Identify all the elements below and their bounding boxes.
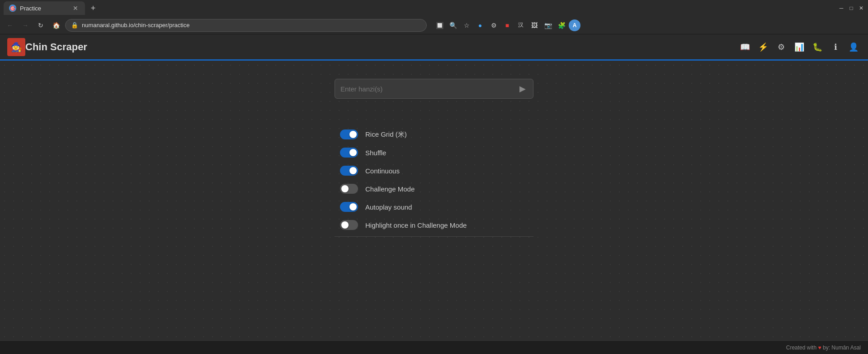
submit-button[interactable]: ▶: [518, 82, 528, 96]
ext-icon-1[interactable]: 🔲: [433, 19, 446, 32]
app-logo: 🧙: [7, 38, 25, 56]
toggle-row-autoplay-sound: Autoplay sound: [335, 198, 533, 215]
challenge-mode-toggle[interactable]: [340, 184, 358, 194]
footer: Created with ♥ by: Numân Asal: [0, 340, 868, 354]
footer-prefix: Created with: [786, 344, 816, 351]
challenge-mode-thumb: [341, 185, 349, 192]
toggle-row-rice-grid: Rice Grid (米): [335, 126, 533, 143]
autoplay-sound-thumb: [349, 203, 357, 210]
toggle-row-continuous: Continuous: [335, 162, 533, 179]
profile-avatar[interactable]: A: [569, 19, 580, 31]
tab-label: Practice: [20, 5, 41, 12]
close-window-button[interactable]: ✕: [858, 5, 864, 11]
rice-grid-label: Rice Grid (米): [365, 130, 407, 139]
header-nav-icons: 📖 ⚡ ⚙ 📊 🐛 ℹ 👤: [738, 40, 861, 54]
window-controls: ─ □ ✕: [838, 5, 864, 11]
url-text: numanaral.github.io/chin-scraper/practic…: [82, 22, 421, 29]
browser-chrome: 🎯 Practice ✕ + ─ □ ✕ ← → ↻ 🏠 🔒 numanaral…: [0, 0, 868, 34]
app-header: 🧙 Chin Scraper 📖 ⚡ ⚙ 📊 🐛 ℹ 👤: [0, 34, 868, 61]
app-title: Chin Scraper: [25, 41, 87, 53]
toggle-row-shuffle: Shuffle: [335, 144, 533, 161]
challenge-mode-label: Challenge Mode: [365, 185, 415, 193]
footer-suffix: by: Numân Asal: [823, 344, 861, 351]
continuous-label: Continuous: [365, 167, 400, 175]
ext-icon-image[interactable]: 🖼: [528, 19, 541, 32]
toggle-row-challenge-mode: Challenge Mode: [335, 180, 533, 197]
book-icon[interactable]: 📖: [738, 40, 752, 54]
shuffle-label: Shuffle: [365, 149, 386, 157]
forward-button[interactable]: →: [19, 19, 32, 32]
hanzi-input-container: ▶: [335, 79, 533, 99]
tab-favicon: 🎯: [9, 5, 16, 12]
info-icon[interactable]: ℹ: [828, 40, 843, 54]
main-content: ▶ Rice Grid (米) Shuffle Continuous: [0, 61, 868, 340]
highlight-challenge-toggle[interactable]: [340, 220, 358, 230]
heart-icon: ♥: [818, 344, 821, 351]
autoplay-sound-toggle[interactable]: [340, 202, 358, 212]
toggle-row-highlight-challenge: Highlight once in Challenge Mode: [335, 216, 533, 237]
maximize-button[interactable]: □: [848, 5, 854, 11]
browser-extensions: 🔲 🔍 ☆ ● ⚙ ■ 汉 🖼 📷 🧩 A: [433, 19, 580, 32]
ext-icon-gear[interactable]: ⚙: [487, 19, 500, 32]
user-icon[interactable]: 👤: [846, 40, 861, 54]
back-button[interactable]: ←: [4, 19, 16, 32]
shuffle-toggle[interactable]: [340, 148, 358, 158]
ext-icon-puzzle[interactable]: 🧩: [555, 19, 568, 32]
chart-icon[interactable]: 📊: [792, 40, 807, 54]
hanzi-input[interactable]: [340, 85, 518, 93]
minimize-button[interactable]: ─: [838, 5, 844, 11]
home-button[interactable]: 🏠: [50, 19, 62, 32]
reload-button[interactable]: ↻: [34, 19, 47, 32]
address-bar-row: ← → ↻ 🏠 🔒 numanaral.github.io/chin-scrap…: [0, 16, 868, 34]
shuffle-thumb: [349, 149, 357, 156]
autoplay-sound-label: Autoplay sound: [365, 203, 412, 211]
ext-icon-hanzi[interactable]: 汉: [514, 19, 527, 32]
ext-icon-circle[interactable]: ●: [474, 19, 486, 32]
continuous-thumb: [349, 167, 357, 174]
active-tab[interactable]: 🎯 Practice ✕: [4, 1, 85, 15]
ext-icon-camera[interactable]: 📷: [542, 19, 554, 32]
tab-bar: 🎯 Practice ✕ + ─ □ ✕: [0, 0, 868, 16]
lightning-icon[interactable]: ⚡: [756, 40, 770, 54]
ext-icon-search[interactable]: 🔍: [447, 19, 459, 32]
new-tab-button[interactable]: +: [87, 2, 99, 14]
ext-icon-star[interactable]: ☆: [460, 19, 473, 32]
ext-icon-red[interactable]: ■: [501, 19, 514, 32]
tab-close-button[interactable]: ✕: [71, 4, 80, 12]
settings-panel: Rice Grid (米) Shuffle Continuous Challen…: [335, 126, 533, 237]
address-bar[interactable]: 🔒 numanaral.github.io/chin-scraper/pract…: [65, 19, 427, 32]
highlight-challenge-thumb: [341, 221, 349, 229]
sliders-icon[interactable]: ⚙: [774, 40, 788, 54]
rice-grid-toggle[interactable]: [340, 129, 358, 139]
rice-grid-thumb: [349, 131, 357, 138]
highlight-challenge-label: Highlight once in Challenge Mode: [365, 221, 467, 229]
lock-icon: 🔒: [71, 22, 78, 29]
bug-icon[interactable]: 🐛: [810, 40, 825, 54]
continuous-toggle[interactable]: [340, 166, 358, 176]
